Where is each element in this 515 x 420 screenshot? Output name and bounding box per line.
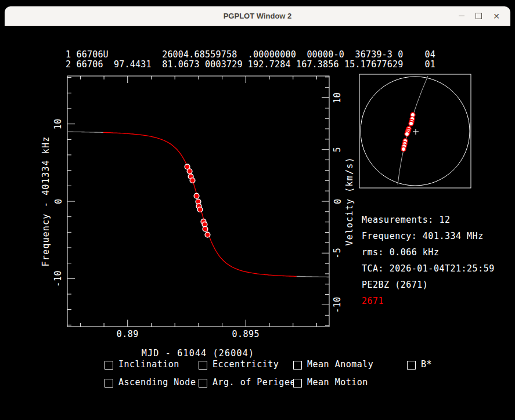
satellite-track	[398, 76, 428, 184]
checkbox-ascending-node[interactable]: Ascending Node	[105, 378, 196, 388]
measurement-point	[205, 232, 210, 237]
rms-value: rms: 0.066 kHz	[362, 244, 495, 260]
checkbox-eccentricity[interactable]: Eccentricity	[199, 360, 279, 370]
y-axis-label-frequency: Frequency - 401334 kHz	[41, 136, 51, 266]
measurement-point	[187, 169, 192, 174]
fit-curve-gray	[67, 132, 103, 132]
vel-tick-label: -10	[333, 296, 343, 313]
sky-measurement-point	[409, 121, 413, 126]
satellite-id-highlight: 2671	[362, 293, 495, 309]
horizon-circle	[361, 77, 470, 186]
freq-tick-label: 10	[53, 118, 64, 129]
x-tick-label: 0.89	[117, 329, 139, 339]
freq-tick-label: 0	[53, 198, 64, 204]
y-axis-label-velocity: Velocity (km/s)	[344, 157, 355, 245]
checkbox-box[interactable]	[105, 379, 113, 388]
checkbox-box[interactable]	[199, 361, 207, 370]
checkbox-mean-motion[interactable]: Mean Motion	[293, 378, 368, 388]
measurement-point	[190, 178, 195, 183]
measurements-count: Measurements: 12	[362, 212, 495, 228]
fit-info-panel: Measurements: 12 Frequency: 401.334 MHz …	[362, 212, 495, 309]
checkbox-inclination[interactable]: Inclination	[105, 360, 179, 370]
sky-measurement-point	[405, 132, 409, 136]
vel-tick-label: -5	[333, 248, 343, 259]
checkbox-box[interactable]	[199, 379, 207, 388]
doppler-plot-canvas: 0.890.895-10010-10-50510	[0, 0, 515, 420]
checkbox-box[interactable]	[293, 361, 302, 370]
checkbox-box[interactable]	[407, 361, 416, 370]
pgplot-window: { "window": { "title": "PGPLOT Window 2"…	[0, 0, 515, 420]
freq-tick-label: -10	[53, 270, 64, 287]
measurement-point	[194, 193, 199, 198]
sky-plot-frame	[359, 74, 471, 188]
checkbox-box[interactable]	[105, 361, 113, 370]
sky-measurement-point	[401, 147, 406, 151]
measurement-point	[197, 207, 203, 212]
observer-callsign: PE2BZ (2671)	[362, 277, 495, 293]
vel-tick-label: 10	[333, 92, 343, 103]
fit-curve-gray	[297, 276, 329, 277]
vel-tick-label: 5	[333, 147, 343, 153]
checkbox-bstar[interactable]: B*	[407, 360, 432, 370]
vel-tick-label: 0	[333, 198, 343, 204]
checkbox-mean-anomaly[interactable]: Mean Anomaly	[293, 360, 373, 370]
checkbox-box[interactable]	[293, 379, 302, 388]
x-axis-label-mjd: MJD - 61044 (26004)	[142, 348, 254, 359]
tca-value: TCA: 2026-01-04T21:25:59	[362, 260, 495, 277]
frequency-value: Frequency: 401.334 MHz	[362, 228, 495, 244]
x-tick-label: 0.895	[232, 329, 260, 339]
measurement-point	[203, 226, 208, 231]
checkbox-arg-of-perigee[interactable]: Arg. of Perigee	[199, 378, 296, 388]
